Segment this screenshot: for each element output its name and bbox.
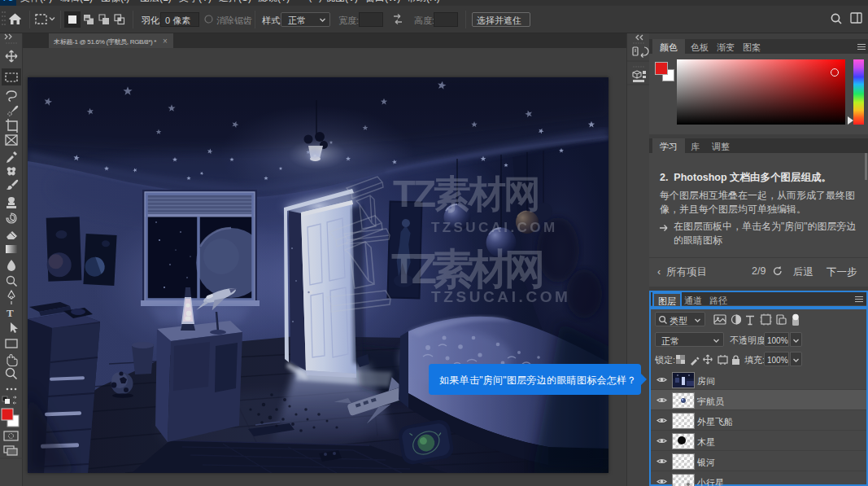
svg-text:T: T <box>7 307 14 319</box>
